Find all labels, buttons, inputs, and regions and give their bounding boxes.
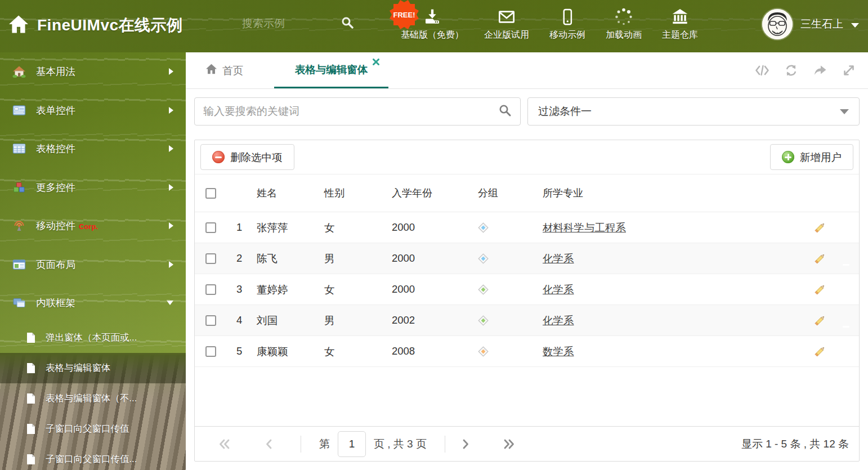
- row-checkbox[interactable]: [205, 346, 216, 357]
- major-link[interactable]: 化学系: [543, 284, 574, 296]
- table-row[interactable]: 1 张萍萍 女 2000 材料科学与工程系: [195, 212, 859, 243]
- search-icon[interactable]: [341, 16, 354, 32]
- header-search[interactable]: [242, 16, 354, 32]
- row-checkbox[interactable]: [205, 315, 216, 326]
- submenu-item-grid-edit-window-2[interactable]: 表格与编辑窗体（不...: [0, 383, 186, 414]
- sidebar-item-page-layout[interactable]: 页面布局: [0, 245, 186, 284]
- user-menu[interactable]: 三生石上: [762, 9, 859, 39]
- sidebar-item-label: 表格控件: [36, 142, 169, 155]
- edit-pencil-icon[interactable]: [813, 283, 826, 296]
- table-row[interactable]: 4 刘国 男 2002 化学系: [195, 305, 859, 336]
- select-all-checkbox[interactable]: [205, 188, 216, 199]
- table-row[interactable]: 5 康颖颖 女 2008 数学系: [195, 336, 859, 367]
- header-group: 分组: [469, 186, 534, 200]
- submenu-item-popup-window[interactable]: 弹出窗体（本页面或...: [0, 323, 186, 353]
- nav-label: 企业版试用: [484, 29, 529, 41]
- file-icon: [25, 332, 37, 343]
- main-content: 首页 表格与编辑窗体: [186, 52, 868, 470]
- last-page-icon[interactable]: [503, 438, 515, 450]
- open-new-window-icon[interactable]: [813, 64, 827, 77]
- submenu-item-child-to-parent-2[interactable]: 子窗口向父窗口传值...: [0, 444, 186, 470]
- submenu-item-label: 弹出窗体（本页面或...: [46, 332, 137, 344]
- filter-dropdown-value: 过滤条件一: [538, 104, 592, 119]
- row-number: 4: [226, 314, 250, 326]
- major-link[interactable]: 化学系: [543, 253, 574, 265]
- nav-item-mobile-demos[interactable]: 移动示例: [549, 7, 585, 41]
- sidebar-item-form-controls[interactable]: 表单控件: [0, 91, 186, 130]
- row-checkbox[interactable]: [205, 284, 216, 295]
- form-icon: [12, 104, 26, 117]
- keyword-search-box[interactable]: [194, 97, 521, 126]
- table-row[interactable]: 2 陈飞 男 2000 化学系: [195, 243, 859, 274]
- close-icon[interactable]: [373, 59, 379, 65]
- sidebar-item-label: 基本用法: [36, 65, 169, 78]
- nav-label: 基础版（免费）: [401, 29, 464, 41]
- sidebar-item-more-controls[interactable]: 更多控件: [0, 168, 186, 207]
- top-header: FineUIMvc在线示例 FREE! 基础版（免费） 企业版试用 移动示例: [0, 0, 868, 52]
- app-title: FineUIMvc在线示例: [37, 15, 183, 36]
- next-page-icon[interactable]: [462, 438, 470, 450]
- delete-selected-button[interactable]: 删除选中项: [200, 144, 294, 170]
- edit-pencil-icon[interactable]: [813, 221, 826, 234]
- header-nav: FREE! 基础版（免费） 企业版试用 移动示例: [401, 7, 698, 41]
- sidebar-item-iframe[interactable]: 内联框架: [0, 284, 186, 323]
- source-code-icon[interactable]: [755, 64, 769, 77]
- first-page-icon[interactable]: [218, 438, 231, 450]
- tag-icon: [469, 346, 534, 357]
- page-number-input[interactable]: [338, 431, 366, 457]
- header-name: 姓名: [250, 186, 317, 200]
- search-icon[interactable]: [498, 104, 512, 119]
- bank-icon: [670, 7, 690, 26]
- brand[interactable]: FineUIMvc在线示例: [8, 15, 183, 36]
- major-link[interactable]: 数学系: [543, 346, 574, 357]
- cell-year: 2002: [385, 314, 469, 326]
- nav-item-enterprise-trial[interactable]: 企业版试用: [484, 7, 529, 41]
- tab-label: 表格与编辑窗体: [295, 62, 368, 77]
- sidebar-item-label: 页面布局: [36, 258, 169, 271]
- home-icon: [8, 15, 29, 36]
- nav-item-theme-repository[interactable]: 主题仓库: [662, 7, 698, 41]
- row-checkbox[interactable]: [205, 253, 216, 264]
- table-row[interactable]: 3 董婷婷 女 2000 化学系: [195, 274, 859, 305]
- chevron-right-icon: [169, 145, 173, 152]
- avatar[interactable]: [762, 9, 793, 39]
- table-header: 姓名 性别 入学年份 分组 所学专业: [195, 174, 859, 212]
- tab-grid-edit-window[interactable]: 表格与编辑窗体: [274, 52, 388, 88]
- sidebar-item-grid-controls[interactable]: 表格控件: [0, 129, 186, 168]
- edit-pencil-icon[interactable]: [813, 252, 826, 265]
- submenu-item-child-to-parent[interactable]: 子窗口向父窗口传值: [0, 414, 186, 444]
- edit-pencil-icon[interactable]: [813, 314, 826, 327]
- cell-gender: 女: [317, 344, 385, 359]
- file-icon: [25, 423, 37, 435]
- keyword-search-input[interactable]: [203, 105, 498, 118]
- free-badge: FREE!: [388, 0, 420, 30]
- row-checkbox[interactable]: [205, 222, 216, 233]
- major-link[interactable]: 化学系: [543, 315, 574, 326]
- prev-page-icon[interactable]: [265, 438, 272, 450]
- header-search-input[interactable]: [242, 17, 324, 30]
- sidebar: 基本用法 表单控件 表格控件 更多控件: [0, 52, 186, 470]
- tab-home[interactable]: 首页: [205, 52, 243, 88]
- header-gender: 性别: [317, 186, 385, 200]
- sidebar-item-mobile-controls[interactable]: 移动控件Corp.: [0, 207, 186, 245]
- maximize-icon[interactable]: [842, 64, 856, 77]
- submenu-item-grid-edit-window[interactable]: 表格与编辑窗体: [0, 353, 186, 383]
- edit-pencil-icon[interactable]: [813, 345, 826, 358]
- header-major: 所学专业: [534, 186, 796, 200]
- major-link[interactable]: 材料科学与工程系: [543, 222, 626, 234]
- nav-item-loading-animations[interactable]: 加载动画: [606, 7, 642, 41]
- chevron-right-icon: [169, 107, 173, 114]
- nav-item-basic-edition[interactable]: FREE! 基础版（免费）: [401, 7, 464, 41]
- add-user-button[interactable]: 新增用户: [770, 144, 853, 170]
- plus-circle-icon: [782, 151, 794, 163]
- cell-year: 2000: [385, 252, 469, 265]
- filter-dropdown[interactable]: 过滤条件一: [527, 97, 860, 126]
- filter-controls: 过滤条件一: [194, 97, 860, 126]
- page-suffix: 页 , 共 3 页: [374, 437, 427, 451]
- cell-gender: 男: [317, 252, 385, 266]
- sidebar-item-basic-usage[interactable]: 基本用法: [0, 52, 186, 91]
- tab-tools: [755, 52, 856, 88]
- tag-icon: [469, 222, 534, 233]
- refresh-icon[interactable]: [784, 64, 798, 77]
- file-icon: [25, 454, 37, 465]
